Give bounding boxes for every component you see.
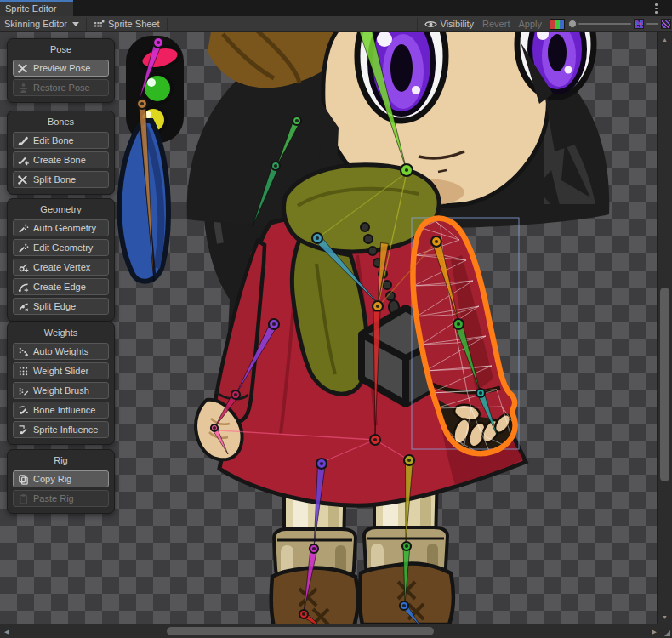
toolbar: Skinning Editor Sprite Sheet Visibility … [0,16,672,32]
toolbar-separator [86,18,87,31]
sprite-editor-window: Sprite Editor Skinning Editor Sprite She… [0,0,672,638]
pose-panel: Pose Preview Pose Restore Pose [7,38,115,103]
auto-geometry-button[interactable]: Auto Geometry [13,219,109,236]
color-swatch-icon[interactable] [550,19,565,30]
skinning-editor-label: Skinning Editor [4,19,67,29]
edit-geometry-icon [18,242,29,253]
split-bone-icon [18,174,29,185]
weight-slider-button[interactable]: Weight Slider [13,362,109,379]
apply-label: Apply [518,19,542,29]
copy-rig-button[interactable]: Copy Rig [13,470,109,487]
scroll-up-arrow[interactable]: ▲ [662,37,668,43]
button-label: Bone Influence [33,405,95,415]
mesh-opacity-slider[interactable] [646,16,658,31]
button-label: Split Bone [33,174,76,185]
weight-slider-icon [18,366,29,377]
weights-panel: Weights Auto Weights Weight Slider Weigh… [7,322,115,445]
sprite-opacity-icon [634,19,644,29]
button-label: Preview Pose [33,63,90,73]
button-label: Copy Rig [33,474,71,484]
revert-label: Revert [482,19,510,29]
skinning-editor-dropdown[interactable]: Skinning Editor [0,16,83,31]
button-label: Weight Slider [33,366,88,376]
create-vertex-button[interactable]: Create Vertex [13,259,109,276]
title-tab-strip: Sprite Editor [0,0,672,16]
restore-pose-icon [18,83,29,94]
create-edge-icon [18,282,29,293]
split-edge-button[interactable]: Split Edge [13,298,109,315]
copy-rig-icon [18,474,29,485]
horizontal-scrollbar[interactable]: ◀ ▶ [0,624,672,638]
button-label: Edit Geometry [33,242,93,253]
button-label: Sprite Influence [33,424,98,435]
create-bone-icon [18,155,29,166]
edit-geometry-button[interactable]: Edit Geometry [13,239,109,256]
resize-grip[interactable] [664,630,670,636]
paste-rig-button[interactable]: Paste Rig [13,490,109,507]
sprite-influence-icon [18,424,29,436]
kebab-menu-icon[interactable] [655,3,658,14]
preview-pose-icon [18,63,29,74]
mesh-stripes-icon [661,19,671,29]
toolbar-separator [417,18,418,31]
sprite-influence-button[interactable]: Sprite Influence [13,421,109,438]
button-label: Create Bone [33,155,86,165]
bones-panel-title: Bones [13,117,109,127]
scroll-down-arrow[interactable]: ▼ [662,614,668,620]
visibility-toggle[interactable]: Visibility [420,16,479,31]
create-edge-button[interactable]: Create Edge [13,278,109,295]
slider-track[interactable] [646,23,658,25]
button-label: Restore Pose [33,83,90,93]
bones-panel: Bones Edit Bone Create Bone Split Bone [7,111,115,195]
slider-knob[interactable] [568,20,577,28]
button-label: Create Vertex [33,262,90,272]
weight-brush-icon [18,385,29,396]
chevron-down-icon [72,22,79,26]
button-label: Auto Geometry [33,223,96,233]
toolbar-separator [167,18,168,31]
pose-panel-title: Pose [13,44,109,54]
button-label: Split Edge [33,301,76,311]
paste-rig-icon [18,493,29,504]
edit-bone-button[interactable]: Edit Bone [13,132,109,149]
split-bone-button[interactable]: Split Bone [13,171,109,188]
grid-icon [94,19,105,30]
visibility-label: Visibility [441,19,475,29]
sprite-sheet-label: Sprite Sheet [108,19,160,29]
rig-panel-title: Rig [13,455,109,465]
scroll-right-arrow[interactable]: ▶ [652,629,657,635]
bone-influence-icon [18,405,29,416]
auto-weights-icon [18,346,29,357]
button-label: Edit Bone [33,135,74,145]
bone-influence-button[interactable]: Bone Influence [13,402,109,419]
weight-brush-button[interactable]: Weight Brush [13,382,109,399]
button-label: Paste Rig [33,493,74,504]
slider-track[interactable] [578,23,631,25]
geometry-panel-title: Geometry [13,204,109,214]
rig-panel: Rig Copy Rig Paste Rig [7,449,115,514]
sprite-editor-tab[interactable]: Sprite Editor [0,0,73,16]
geometry-panel: Geometry Auto Geometry Edit Geometry Cre… [7,198,115,322]
create-vertex-icon [18,262,29,273]
revert-button[interactable]: Revert [478,16,514,31]
create-bone-button[interactable]: Create Bone [13,151,109,168]
eye-icon [424,20,437,29]
vertical-scroll-thumb[interactable] [660,288,669,481]
button-label: Auto Weights [33,346,88,356]
auto-geometry-icon [18,223,29,234]
horizontal-scroll-thumb[interactable] [167,627,434,635]
weights-panel-title: Weights [13,328,109,338]
split-edge-icon [18,301,29,312]
vertical-scrollbar[interactable]: ▲ ▼ [657,32,672,624]
preview-pose-button[interactable]: Preview Pose [13,60,109,77]
button-label: Weight Brush [33,385,89,396]
sprite-sheet-button[interactable]: Sprite Sheet [89,16,164,31]
apply-button[interactable]: Apply [514,16,546,31]
restore-pose-button[interactable]: Restore Pose [13,79,109,96]
sprite-opacity-slider[interactable] [568,16,631,31]
button-label: Create Edge [33,282,86,292]
edit-bone-icon [18,135,29,146]
scroll-left-arrow[interactable]: ◀ [4,629,9,635]
auto-weights-button[interactable]: Auto Weights [13,343,109,360]
